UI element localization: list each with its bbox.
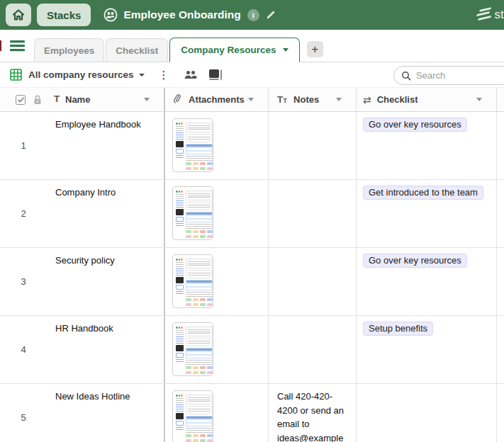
column-header-attachments[interactable]: Attachments xyxy=(164,88,268,111)
stacks-button[interactable]: Stacks xyxy=(37,4,91,26)
workspace-users-icon xyxy=(103,8,118,22)
checklist-cell[interactable]: Setup benefits xyxy=(356,316,496,383)
column-menu-chevron-icon[interactable] xyxy=(144,98,150,101)
spacer-cell xyxy=(496,180,504,247)
column-menu-chevron-icon[interactable] xyxy=(476,98,482,101)
attachment-thumbnail[interactable] xyxy=(172,118,213,172)
name-cell-text[interactable]: Employee Handbook xyxy=(47,112,164,179)
doc-right-column xyxy=(186,327,213,372)
search-input[interactable] xyxy=(416,70,494,81)
edit-title-pencil-icon[interactable] xyxy=(265,9,276,21)
view-options-kebab-icon[interactable]: ⋮ xyxy=(159,69,169,80)
name-cell-text[interactable]: HR Handbook xyxy=(47,316,164,383)
tab-bar: Employees Checklist Company Resources + xyxy=(0,30,504,62)
primary-cell[interactable]: 2 Company Intro xyxy=(0,180,164,247)
doc-right-column xyxy=(186,123,213,168)
attachments-cell[interactable] xyxy=(164,316,268,383)
spacer-cell xyxy=(496,112,504,179)
attachment-thumbnail[interactable] xyxy=(172,186,213,240)
attachment-thumbnail[interactable] xyxy=(172,254,213,308)
primary-cell[interactable]: 3 Security policy xyxy=(0,248,164,315)
attachment-thumbnail[interactable] xyxy=(172,390,213,442)
checklist-chip[interactable]: Go over key resources xyxy=(363,254,467,268)
doc-left-column xyxy=(176,327,184,372)
table-row: 1 Employee Handbook Go over key r xyxy=(0,112,504,180)
lock-icon xyxy=(33,95,42,107)
linked-record-icon: ⇄ xyxy=(363,94,371,106)
notes-cell[interactable] xyxy=(268,316,356,383)
long-text-field-icon: TT xyxy=(277,94,287,105)
stacks-logo-text: st xyxy=(494,8,504,22)
notes-cell[interactable]: Call 420-420-4200 or send an email to id… xyxy=(268,384,356,442)
base-title[interactable]: Employee Onboarding xyxy=(123,8,240,21)
table-row: 4 HR Handbook Setup benefits xyxy=(0,316,504,384)
record-panel-icon[interactable] xyxy=(209,69,223,80)
spacer-cell xyxy=(496,316,504,383)
doc-right-column xyxy=(186,259,213,304)
add-table-button[interactable]: + xyxy=(307,41,323,57)
top-bar: Stacks Employee Onboarding i st xyxy=(0,0,504,30)
row-number[interactable]: 3 xyxy=(0,248,47,315)
checklist-chip[interactable]: Get introduced to the team xyxy=(363,186,483,200)
row-number[interactable]: 1 xyxy=(0,112,47,179)
checklist-chip[interactable]: Go over key resources xyxy=(363,118,467,132)
info-icon[interactable]: i xyxy=(247,9,259,21)
view-chevron-down-icon[interactable] xyxy=(139,74,145,76)
column-header-notes[interactable]: TT Notes xyxy=(268,88,356,111)
hamburger-menu-icon[interactable] xyxy=(10,40,25,53)
tab-employees[interactable]: Employees xyxy=(34,38,104,62)
name-cell-text[interactable]: New Ideas Hotline xyxy=(47,384,164,442)
stacks-button-label: Stacks xyxy=(47,9,81,21)
data-grid: T Name Attachments TT Notes ⇄ xyxy=(0,88,504,442)
primary-cell[interactable]: 1 Employee Handbook xyxy=(0,112,164,179)
notes-cell[interactable] xyxy=(268,112,356,179)
home-button[interactable] xyxy=(6,4,31,26)
spacer-cell xyxy=(496,248,504,315)
name-cell-text[interactable]: Security policy xyxy=(47,248,164,315)
attachments-cell[interactable] xyxy=(164,248,268,315)
text-field-icon: T xyxy=(54,94,60,104)
column-menu-chevron-icon[interactable] xyxy=(336,98,342,101)
column-menu-chevron-icon[interactable] xyxy=(248,98,254,101)
name-cell-text[interactable]: Company Intro xyxy=(47,180,164,247)
check-icon xyxy=(18,97,24,103)
tab-company-resources[interactable]: Company Resources xyxy=(169,38,299,62)
notes-cell[interactable] xyxy=(268,248,356,315)
checklist-cell[interactable]: Get introduced to the team xyxy=(356,180,496,247)
primary-cell[interactable]: 5 New Ideas Hotline xyxy=(0,384,164,442)
checklist-cell[interactable] xyxy=(356,384,496,442)
notes-cell[interactable] xyxy=(268,180,356,247)
column-label: Attachments xyxy=(189,94,245,105)
grid-view-icon[interactable] xyxy=(10,69,22,81)
collaborators-icon[interactable] xyxy=(184,70,198,80)
doc-right-column xyxy=(186,191,213,236)
checklist-cell[interactable]: Go over key resources xyxy=(356,112,496,179)
chevron-down-icon xyxy=(283,48,289,52)
column-label: Notes xyxy=(293,94,319,105)
attachment-thumbnail[interactable] xyxy=(172,322,213,376)
row-number[interactable]: 5 xyxy=(0,384,47,442)
checklist-cell[interactable]: Go over key resources xyxy=(356,248,496,315)
checklist-chip[interactable]: Setup benefits xyxy=(363,322,433,336)
primary-cell[interactable]: 4 HR Handbook xyxy=(0,316,164,383)
doc-left-column xyxy=(176,123,184,168)
tab-checklist[interactable]: Checklist xyxy=(106,38,168,62)
search-icon xyxy=(401,71,411,81)
attachments-cell[interactable] xyxy=(164,112,268,179)
view-toolbar: All company resources ⋮ xyxy=(0,62,504,88)
select-all-checkbox[interactable] xyxy=(16,95,26,105)
tab-label: Checklist xyxy=(116,45,158,56)
doc-left-column xyxy=(176,395,184,440)
row-number[interactable]: 4 xyxy=(0,316,47,383)
attachments-cell[interactable] xyxy=(164,180,268,247)
search-box[interactable] xyxy=(393,66,504,85)
row-number[interactable]: 2 xyxy=(0,180,47,247)
attachments-cell[interactable] xyxy=(164,384,268,442)
stacks-logo: st xyxy=(474,6,504,23)
tab-label: Company Resources xyxy=(181,45,276,55)
stacks-logo-icon xyxy=(474,6,493,23)
table-row: 5 New Ideas Hotline Call 420-420-4200 or… xyxy=(0,384,504,442)
view-name[interactable]: All company resources xyxy=(28,69,134,80)
column-header-name[interactable]: T Name xyxy=(0,88,164,111)
column-header-checklist[interactable]: ⇄ Checklist xyxy=(356,88,496,111)
